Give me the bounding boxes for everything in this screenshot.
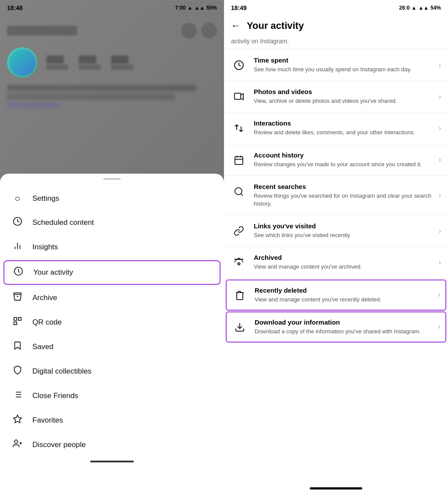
bio-line-1 xyxy=(7,85,196,91)
sidebar-item-your-activity[interactable]: Your activity xyxy=(4,260,220,285)
activity-text-download-info: Download your information Download a cop… xyxy=(255,318,434,336)
time-right: 18:49 xyxy=(231,4,247,11)
chevron-right-icon: › xyxy=(438,291,440,299)
download-info-icon xyxy=(232,319,248,335)
svg-marker-28 xyxy=(241,94,243,100)
activity-item-recent-searches[interactable]: Recent searches Review things you've sea… xyxy=(224,176,448,215)
sidebar-item-label: Scheduled content xyxy=(32,218,94,227)
close-friends-icon xyxy=(10,390,24,402)
activity-item-interactions[interactable]: Interactions Review and delete likes, co… xyxy=(224,112,448,144)
right-phone-panel: 18:49 26:0 ▲ ▲▲ 54% ← Your activity acti… xyxy=(224,0,448,493)
activity-item-download-info[interactable]: Download your information Download a cop… xyxy=(226,311,446,343)
svg-rect-27 xyxy=(234,93,241,99)
time-left: 18:48 xyxy=(7,4,23,11)
sidebar-item-label: Settings xyxy=(32,194,59,203)
discover-people-icon xyxy=(10,439,24,451)
sidebar-item-favorites[interactable]: Favorites xyxy=(0,408,224,433)
sidebar-item-qr-code[interactable]: QR code xyxy=(0,310,224,335)
sidebar-item-label: Close Friends xyxy=(32,392,78,400)
sidebar-item-label: Digital collectibles xyxy=(32,367,91,376)
battery-left: 55% xyxy=(206,5,217,11)
profile-icon-1 xyxy=(181,23,197,38)
scheduled-content-icon xyxy=(10,217,24,229)
sidebar-item-label: Saved xyxy=(32,343,53,351)
activity-text-recent-searches: Recent searches Review things you've sea… xyxy=(254,183,435,208)
chevron-right-icon: › xyxy=(439,259,441,266)
activity-text-archived: Archived View and manage content you've … xyxy=(254,254,435,271)
saved-icon xyxy=(10,341,24,353)
profile-name-blur xyxy=(7,26,77,35)
activity-item-links-visited[interactable]: Links you've visited See which links you… xyxy=(224,215,448,247)
bottom-sheet: ○ Settings Scheduled content In xyxy=(0,174,224,493)
sidebar-item-label: Archive xyxy=(32,294,57,302)
status-icons-left: 7:00 ▲ ▲▲ 55% xyxy=(175,5,217,11)
activity-item-archived[interactable]: Archived View and manage content you've … xyxy=(224,247,448,278)
archived-icon xyxy=(231,255,247,270)
activity-item-recently-deleted[interactable]: Recently deleted View and manage content… xyxy=(226,280,446,311)
profile-stats xyxy=(46,56,133,70)
avatar xyxy=(7,47,38,78)
favorites-icon xyxy=(10,414,24,427)
recently-deleted-icon xyxy=(232,287,248,303)
activity-text-time-spent: Time spent See how much time you usually… xyxy=(254,56,435,73)
qr-code-icon xyxy=(10,316,24,329)
activity-text-account-history: Account history Review changes you've ma… xyxy=(254,151,435,168)
profile-icon-2 xyxy=(201,23,217,38)
activity-item-time-spent[interactable]: Time spent See how much time you usually… xyxy=(224,49,448,81)
activity-item-photos-videos[interactable]: Photos and videos View, archive or delet… xyxy=(224,81,448,112)
home-indicator xyxy=(310,487,362,490)
activity-text-links-visited: Links you've visited See which links you… xyxy=(254,222,435,239)
sidebar-item-label: Favorites xyxy=(32,416,63,425)
sidebar-item-label: QR code xyxy=(32,318,62,327)
header-bar: ← Your activity xyxy=(224,16,448,38)
profile-area xyxy=(0,16,224,115)
bio-line-2 xyxy=(7,94,175,100)
activity-text-recently-deleted: Recently deleted View and manage content… xyxy=(255,287,434,304)
chevron-right-icon: › xyxy=(438,323,440,331)
time-spent-icon xyxy=(231,57,247,73)
back-button[interactable]: ← xyxy=(231,20,241,31)
svg-rect-4 xyxy=(14,318,17,320)
home-indicator-left xyxy=(90,461,134,462)
chevron-right-icon: › xyxy=(439,93,441,101)
page-title: Your activity xyxy=(247,20,304,31)
wifi-icon-right: ▲ xyxy=(411,5,416,11)
insights-icon xyxy=(10,241,24,253)
svg-line-39 xyxy=(241,193,243,195)
left-phone-panel: 18:48 7:00 ▲ ▲▲ 55% xyxy=(0,0,224,493)
settings-icon: ○ xyxy=(10,193,24,204)
sidebar-item-label: Discover people xyxy=(32,441,86,449)
recent-searches-icon xyxy=(231,184,247,199)
truncated-description: activity on Instagram. xyxy=(224,38,448,49)
chevron-right-icon: › xyxy=(439,61,441,69)
activity-item-account-history[interactable]: Account history Review changes you've ma… xyxy=(224,144,448,176)
svg-rect-5 xyxy=(18,318,21,320)
status-bar-left: 18:48 7:00 ▲ ▲▲ 55% xyxy=(0,0,224,16)
activity-text-interactions: Interactions Review and delete likes, co… xyxy=(254,119,435,136)
chevron-right-icon: › xyxy=(439,156,441,164)
chevron-right-icon: › xyxy=(439,227,441,235)
status-icons-right: 26:0 ▲ ▲▲ 54% xyxy=(399,5,441,11)
profile-link xyxy=(7,102,60,108)
archive-icon xyxy=(10,292,24,304)
activity-text-photos-videos: Photos and videos View, archive or delet… xyxy=(254,88,435,105)
svg-marker-22 xyxy=(14,415,21,423)
sidebar-item-digital-collectibles[interactable]: Digital collectibles xyxy=(0,359,224,384)
activity-list: Time spent See how much time you usually… xyxy=(224,49,448,484)
interactions-icon xyxy=(231,120,247,136)
sidebar-item-close-friends[interactable]: Close Friends xyxy=(0,384,224,408)
signal-icon-right: ▲▲ xyxy=(418,5,429,11)
sidebar-item-label: Your activity xyxy=(33,268,73,277)
chevron-right-icon: › xyxy=(439,124,441,132)
your-activity-icon xyxy=(11,266,25,279)
battery-right: 54% xyxy=(430,5,441,11)
sidebar-item-insights[interactable]: Insights xyxy=(0,235,224,259)
sidebar-item-archive[interactable]: Archive xyxy=(0,286,224,310)
sheet-handle xyxy=(103,178,121,180)
sidebar-item-saved[interactable]: Saved xyxy=(0,335,224,359)
sidebar-item-settings[interactable]: ○ Settings xyxy=(0,187,224,210)
sidebar-item-discover-people[interactable]: Discover people xyxy=(0,433,224,457)
sidebar-item-scheduled-content[interactable]: Scheduled content xyxy=(0,210,224,235)
sidebar-item-label: Insights xyxy=(32,243,58,252)
svg-rect-29 xyxy=(235,157,243,164)
